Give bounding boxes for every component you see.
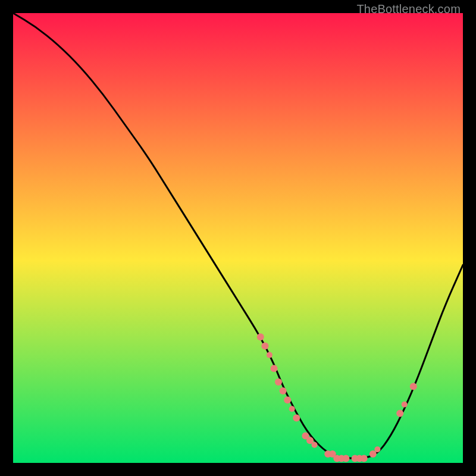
highlight-point — [280, 387, 287, 394]
highlight-point — [342, 455, 349, 462]
highlight-point — [275, 378, 282, 386]
highlight-point — [361, 455, 368, 462]
highlight-point — [267, 352, 273, 358]
highlight-point — [289, 406, 295, 412]
highlight-point — [312, 442, 318, 448]
highlight-point — [293, 414, 300, 421]
highlight-point — [396, 410, 403, 417]
bottleneck-chart — [13, 13, 463, 463]
highlight-point — [374, 446, 380, 452]
highlight-point — [410, 383, 417, 390]
highlight-point — [284, 396, 291, 403]
chart-frame — [13, 13, 463, 463]
highlight-point — [271, 365, 278, 372]
highlight-point — [261, 342, 268, 349]
highlight-point — [257, 333, 264, 340]
watermark-label: TheBottleneck.com — [356, 2, 461, 16]
gradient-background — [13, 13, 463, 463]
highlight-point — [402, 402, 408, 408]
